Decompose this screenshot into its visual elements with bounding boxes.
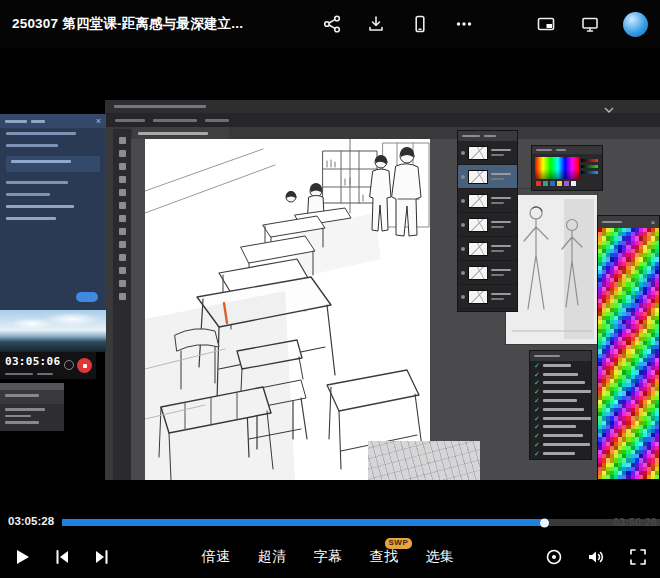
video-frame: × ✓✓✓✓✓✓✓✓✓✓✓ × bbox=[0, 100, 660, 480]
color-panel-header bbox=[532, 146, 602, 154]
layer-row bbox=[458, 213, 517, 237]
checkbox-row: ✓ bbox=[530, 370, 591, 379]
share-button[interactable] bbox=[321, 13, 343, 35]
ps-options-bar bbox=[105, 113, 660, 127]
chat-card bbox=[6, 156, 100, 172]
video-preview-thumbnail bbox=[0, 310, 106, 352]
chat-window: × bbox=[0, 114, 106, 310]
text-placeholder bbox=[6, 205, 74, 208]
checkbox-row: ✓ bbox=[530, 361, 591, 370]
ps-window-titlebar bbox=[105, 100, 660, 113]
cast-icon bbox=[580, 14, 600, 34]
text-placeholder bbox=[536, 149, 552, 151]
collapse-chevron-icon bbox=[603, 101, 617, 112]
color-picker-panel bbox=[531, 145, 603, 191]
recorder-bar: 03:05:06 bbox=[0, 352, 96, 379]
fullscreen-button[interactable] bbox=[628, 547, 648, 567]
recorder-stats bbox=[5, 373, 53, 376]
layer-rows bbox=[458, 141, 517, 309]
color-chip bbox=[550, 181, 555, 186]
checkbox-row: ✓ bbox=[530, 405, 591, 414]
mini-panel-1 bbox=[0, 383, 64, 404]
text-placeholder bbox=[6, 144, 58, 147]
red-slider bbox=[581, 159, 598, 162]
color-chips bbox=[536, 181, 576, 186]
avatar[interactable] bbox=[623, 12, 648, 37]
play-button[interactable] bbox=[12, 547, 32, 567]
next-icon bbox=[92, 547, 112, 567]
close-icon: × bbox=[651, 219, 655, 226]
control-bar: 倍速 超清 字幕 查找 SWP 选集 bbox=[0, 535, 660, 578]
checkbox-row: ✓ bbox=[530, 449, 591, 458]
utility-controls bbox=[544, 547, 648, 567]
text-placeholder bbox=[5, 415, 31, 418]
episodes-button[interactable]: 选集 bbox=[426, 548, 455, 566]
download-button[interactable] bbox=[365, 13, 387, 35]
subtitle-button[interactable]: 字幕 bbox=[314, 548, 343, 566]
layer-row bbox=[458, 285, 517, 309]
text-placeholder bbox=[5, 408, 45, 411]
text-placeholder bbox=[6, 132, 76, 135]
layer-row bbox=[458, 141, 517, 165]
text-placeholder bbox=[5, 421, 39, 424]
swatches-panel: × bbox=[597, 215, 660, 480]
checkbox-row: ✓ bbox=[530, 387, 591, 396]
play-icon bbox=[12, 547, 32, 567]
option-controls: 倍速 超清 字幕 查找 SWP 选集 bbox=[202, 548, 455, 566]
color-chip bbox=[543, 181, 548, 186]
swatches-panel-header: × bbox=[598, 216, 659, 228]
layer-options-panel: ✓✓✓✓✓✓✓✓✓✓✓ bbox=[529, 350, 592, 460]
settings-target-icon bbox=[544, 547, 564, 567]
checkbox-row: ✓ bbox=[530, 379, 591, 388]
text-placeholder bbox=[31, 120, 45, 123]
chat-messages bbox=[6, 132, 100, 306]
color-chip bbox=[536, 181, 541, 186]
text-placeholder bbox=[6, 193, 50, 196]
more-button[interactable] bbox=[453, 13, 475, 35]
blue-slider bbox=[581, 171, 598, 174]
text-placeholder bbox=[556, 149, 566, 151]
video-stage[interactable]: × ✓✓✓✓✓✓✓✓✓✓✓ × bbox=[0, 48, 660, 510]
current-time: 03:05:28 bbox=[8, 515, 54, 527]
cast-button[interactable] bbox=[579, 13, 601, 35]
speed-button[interactable]: 倍速 bbox=[202, 548, 231, 566]
fullscreen-icon bbox=[628, 547, 648, 567]
titlebar: 250307 第四堂课-距离感与最深建立... bbox=[0, 0, 660, 48]
text-placeholder bbox=[138, 132, 208, 135]
next-episode-button[interactable] bbox=[92, 547, 112, 567]
sketch-window bbox=[368, 441, 480, 480]
layers-panel-header bbox=[458, 131, 517, 141]
color-chip bbox=[564, 181, 569, 186]
color-chip bbox=[557, 181, 562, 186]
hue-gradient bbox=[535, 157, 579, 179]
text-placeholder bbox=[534, 355, 560, 358]
prev-episode-button[interactable] bbox=[52, 547, 72, 567]
layer-row bbox=[458, 237, 517, 261]
layer-row bbox=[458, 165, 517, 189]
mobile-icon bbox=[410, 14, 430, 34]
checkbox-row: ✓ bbox=[530, 414, 591, 423]
figure-reference-sketch bbox=[506, 195, 597, 344]
ps-document-tab bbox=[133, 127, 229, 139]
text-placeholder bbox=[602, 221, 622, 224]
find-badge: SWP bbox=[385, 538, 413, 549]
titlebar-actions bbox=[321, 12, 648, 37]
text-placeholder bbox=[5, 373, 33, 376]
progress-knob[interactable] bbox=[540, 518, 549, 527]
text-placeholder bbox=[115, 119, 145, 122]
find-button[interactable]: 查找 SWP bbox=[370, 548, 399, 566]
download-icon bbox=[366, 14, 386, 34]
recorder-time: 03:05:06 bbox=[5, 355, 60, 368]
quality-button[interactable]: 超清 bbox=[258, 548, 287, 566]
progress-bar[interactable]: 03:50:28 bbox=[62, 519, 660, 526]
text-placeholder bbox=[11, 160, 71, 163]
pip-button[interactable] bbox=[535, 13, 557, 35]
text-placeholder bbox=[462, 135, 480, 138]
playback-controls bbox=[12, 547, 112, 567]
video-title: 250307 第四堂课-距离感与最深建立... bbox=[12, 15, 243, 33]
volume-button[interactable] bbox=[586, 547, 606, 567]
reference-window bbox=[505, 188, 598, 345]
text-placeholder bbox=[484, 135, 496, 138]
mobile-button[interactable] bbox=[409, 13, 431, 35]
danmaku-settings-button[interactable] bbox=[544, 547, 564, 567]
